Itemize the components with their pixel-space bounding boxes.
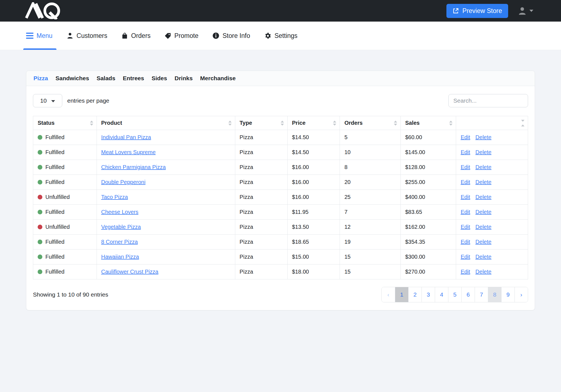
topbar: Preview Store [0, 0, 561, 22]
edit-link[interactable]: Edit [461, 149, 470, 155]
tab-drinks[interactable]: Drinks [175, 75, 193, 82]
aq-logo[interactable] [25, 2, 63, 19]
edit-link[interactable]: Edit [461, 134, 470, 140]
nav-item-customers[interactable]: Customers [66, 22, 107, 50]
tab-sandwiches[interactable]: Sandwiches [56, 75, 89, 82]
delete-link[interactable]: Delete [475, 239, 492, 245]
actions-cell: EditDelete [456, 190, 528, 205]
orders-cell: 25 [340, 190, 400, 205]
type-cell: Pizza [235, 160, 287, 175]
edit-link[interactable]: Edit [461, 269, 470, 275]
sales-cell: $400.00 [400, 190, 456, 205]
table-row: Fulfilled8 Corner PizzaPizza$18.6519$354… [33, 235, 528, 250]
product-link[interactable]: Chicken Parmigiana Pizza [101, 164, 166, 170]
delete-link[interactable]: Delete [475, 179, 492, 185]
hamburger-icon [26, 33, 33, 39]
nav-item-settings[interactable]: Settings [264, 22, 298, 50]
status-label: Fulfilled [45, 149, 64, 155]
product-link[interactable]: Meat Lovers Supreme [101, 149, 156, 155]
product-link[interactable]: Cauliflower Crust Pizza [101, 269, 159, 275]
edit-link[interactable]: Edit [461, 224, 470, 230]
sales-cell: $270.00 [400, 264, 456, 279]
column-label: Orders [344, 120, 363, 126]
status-dot-icon [38, 269, 42, 274]
account-menu[interactable] [518, 6, 533, 15]
edit-link[interactable]: Edit [461, 254, 470, 260]
tab-pizza[interactable]: Pizza [33, 75, 48, 82]
sort-icon [394, 121, 397, 126]
shopping-bag-icon [121, 32, 128, 39]
delete-link[interactable]: Delete [475, 269, 492, 275]
product-link[interactable]: Taco Pizza [101, 194, 128, 200]
pagination-page-1[interactable]: 1 [395, 287, 408, 302]
tab-sides[interactable]: Sides [152, 75, 167, 82]
table-row: UnfulfilledTaco PizzaPizza$16.0025$400.0… [33, 190, 528, 205]
pagination-page-6[interactable]: 6 [461, 287, 475, 302]
column-header-product[interactable]: Product [97, 116, 235, 130]
delete-link[interactable]: Delete [475, 149, 492, 155]
tab-merchandise[interactable]: Merchandise [200, 75, 236, 82]
column-header-orders[interactable]: Orders [340, 116, 400, 130]
page-size-select[interactable]: 10 [33, 94, 62, 107]
pagination-page-2[interactable]: 2 [408, 287, 422, 302]
status-dot-icon [38, 225, 42, 229]
column-header-price[interactable]: Price [288, 116, 340, 130]
sort-icon [449, 121, 453, 126]
column-label: Status [38, 120, 55, 126]
nav-item-store-info[interactable]: Store Info [212, 22, 250, 50]
pagination-page-4[interactable]: 4 [435, 287, 448, 302]
status-dot-icon [38, 255, 42, 259]
status-cell: Fulfilled [33, 235, 97, 250]
column-header-type[interactable]: Type [235, 116, 287, 130]
column-header-actions[interactable] [456, 116, 528, 130]
pagination-page-9[interactable]: 9 [501, 287, 515, 302]
edit-link[interactable]: Edit [461, 194, 470, 200]
pagination-page-5[interactable]: 5 [448, 287, 461, 302]
tab-entrees[interactable]: Entrees [123, 75, 144, 82]
product-link[interactable]: Individual Pan Pizza [101, 134, 151, 140]
edit-link[interactable]: Edit [461, 179, 470, 185]
product-link[interactable]: 8 Corner Pizza [101, 239, 138, 245]
orders-cell: 12 [340, 220, 400, 235]
actions-cell: EditDelete [456, 220, 528, 235]
column-header-status[interactable]: Status [33, 116, 97, 130]
nav-item-label: Orders [131, 32, 151, 40]
nav-item-promote[interactable]: Promote [164, 22, 198, 50]
product-link[interactable]: Double Pepperoni [101, 179, 146, 185]
delete-link[interactable]: Delete [475, 134, 492, 140]
column-header-sales[interactable]: Sales [400, 116, 456, 130]
product-link[interactable]: Vegetable Pizza [101, 224, 141, 230]
status-label: Unfulfilled [45, 224, 70, 230]
delete-link[interactable]: Delete [475, 194, 492, 200]
chevron-down-icon [51, 100, 55, 102]
delete-link[interactable]: Delete [475, 254, 492, 260]
person-icon [66, 32, 74, 39]
preview-store-label: Preview Store [462, 7, 502, 15]
price-cell: $18.00 [288, 264, 340, 279]
edit-link[interactable]: Edit [461, 209, 470, 215]
product-link[interactable]: Hawaiian Pizza [101, 254, 139, 260]
external-link-icon [453, 7, 459, 14]
delete-link[interactable]: Delete [475, 164, 492, 170]
edit-link[interactable]: Edit [461, 239, 470, 245]
edit-link[interactable]: Edit [461, 164, 470, 170]
nav-item-orders[interactable]: Orders [121, 22, 151, 50]
column-label: Price [292, 120, 306, 126]
product-link[interactable]: Cheese Lovers [101, 209, 139, 215]
pagination-page-8[interactable]: 8 [488, 287, 501, 302]
pagination-page-3[interactable]: 3 [422, 287, 435, 302]
product-cell: Double Pepperoni [97, 175, 235, 190]
main-nav: MenuCustomersOrdersPromoteStore InfoSett… [0, 22, 561, 50]
search-input[interactable] [448, 94, 528, 107]
tab-salads[interactable]: Salads [97, 75, 115, 82]
pagination-page-7[interactable]: 7 [475, 287, 488, 302]
preview-store-button[interactable]: Preview Store [446, 4, 508, 18]
status-dot-icon [38, 240, 42, 244]
table-row: UnfulfilledVegetable PizzaPizza$13.5012$… [33, 220, 528, 235]
pagination-prev[interactable]: ‹ [382, 287, 395, 302]
table-footer: Showing 1 to 10 of 90 entries ‹123456789… [33, 287, 528, 302]
nav-item-menu[interactable]: Menu [26, 22, 53, 50]
delete-link[interactable]: Delete [475, 224, 492, 230]
delete-link[interactable]: Delete [475, 209, 492, 215]
pagination-next[interactable]: › [515, 287, 528, 302]
